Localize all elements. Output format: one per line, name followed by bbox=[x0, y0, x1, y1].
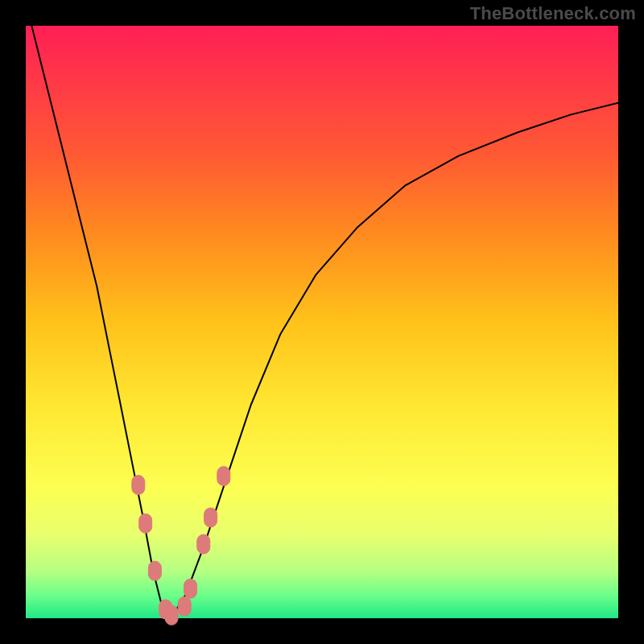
curve-path bbox=[26, 2, 618, 618]
highlight-marker bbox=[217, 466, 230, 485]
highlight-marker bbox=[178, 597, 191, 616]
outer-frame: TheBottleneck.com bbox=[0, 0, 644, 644]
watermark-text: TheBottleneck.com bbox=[470, 3, 636, 24]
highlight-marker bbox=[139, 514, 152, 533]
chart-svg bbox=[26, 26, 618, 618]
plot-area bbox=[26, 26, 618, 618]
highlight-marker bbox=[132, 475, 145, 494]
highlight-marker bbox=[197, 535, 210, 554]
highlight-marker bbox=[184, 579, 197, 598]
highlight-marker bbox=[165, 605, 178, 625]
highlight-marker bbox=[148, 561, 161, 580]
highlight-marker bbox=[204, 508, 217, 527]
